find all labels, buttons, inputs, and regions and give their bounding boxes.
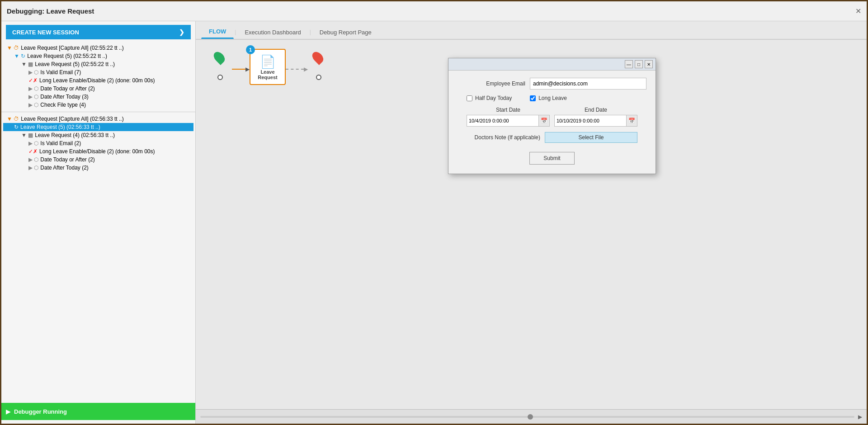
half-day-checkbox[interactable] (467, 95, 472, 101)
start-date-calendar-button[interactable]: 📅 (538, 115, 549, 126)
tree-item-label-t7: Date After Today (3) (40, 94, 89, 100)
tree-item-label-t12: Is Valid Email (2) (40, 140, 81, 146)
tree-item-label-t1: Leave Request [Capture All] (02:55:22 tt… (21, 45, 123, 51)
start-circle (217, 75, 223, 80)
date-inputs: 📅 📅 (458, 115, 646, 127)
end-date-calendar-button[interactable]: 📅 (626, 115, 637, 126)
tree-item-t10[interactable]: ↻ Leave Request (5) (02:56:33 tt ..) (3, 123, 193, 131)
modal-minimize-button[interactable]: — (625, 60, 633, 68)
flow-icon-t14: ▶ ⬡ (28, 156, 38, 163)
tree-item-label-t13: Long Leave Enable/Disable (2) (done: 00m… (39, 148, 155, 155)
long-leave-checkbox[interactable] (530, 95, 536, 101)
tree-item-t12[interactable]: ▶ ⬡ Is Valid Email (2) (3, 139, 193, 147)
leave-request-modal: — □ ✕ Employee Email (448, 58, 656, 174)
submit-row: Submit (458, 150, 646, 165)
tab-divider-1: | (234, 29, 237, 35)
tree-item-t1[interactable]: ▼ ⏱ Leave Request [Capture All] (02:55:2… (3, 44, 193, 52)
tree-separator (1, 112, 195, 112)
tab-bar: FLOW | Execution Dashboard | Debug Repor… (196, 21, 867, 40)
table-icon: ▼ ▦ (21, 61, 33, 67)
tree-item-t15[interactable]: ▶ ⬡ Date After Today (2) (3, 164, 193, 172)
tree-item-t11[interactable]: ▼ ▦ Leave Request (4) (02:56:33 tt ..) (3, 131, 193, 139)
end-date-input[interactable] (555, 117, 626, 124)
clock-icon-t9: ▼ ⏱ (7, 116, 19, 122)
window-title: Debugging: Leave Request (7, 7, 94, 15)
submit-button[interactable]: Submit (529, 152, 574, 165)
tree-item-label-t15: Date After Today (2) (40, 165, 89, 171)
flow-arrow-1: ▶ (232, 66, 250, 72)
modal-title-bar: — □ ✕ (448, 58, 656, 71)
flow-icon-t7: ▶ ⬡ (28, 94, 38, 100)
date-headers: Start Date End Date (458, 107, 646, 113)
tree-item-label-t8: Check File type (4) (40, 102, 86, 108)
flow-line-1 (232, 69, 245, 70)
node-label: LeaveRequest (258, 69, 277, 80)
half-day-checkbox-item: Half Day Today (467, 95, 512, 101)
app-frame: Debugging: Leave Request ✕ CREATE NEW SE… (0, 0, 868, 425)
create-btn-label: CREATE NEW SESSION (12, 29, 79, 36)
employee-email-label: Employee Email (458, 80, 525, 87)
tree-item-t8[interactable]: ▶ ⬡ Check File type (4) (3, 101, 193, 109)
tree-item-label-t5: Long Leave Enable/Disable (2) (done: 00m… (39, 77, 155, 84)
flow-icon-t4: ▶ ⬡ (28, 69, 38, 76)
tree-item-label-t10: Leave Request (5) (02:56:33 tt ..) (20, 124, 100, 130)
employee-email-input[interactable] (530, 78, 646, 90)
debugger-play-icon: ▶ (6, 408, 10, 415)
debugger-status-bar: ▶ Debugger Running (1, 403, 195, 420)
tree-item-t5[interactable]: ✓✗ Long Leave Enable/Disable (2) (done: … (3, 76, 193, 85)
tab-execution-dashboard[interactable]: Execution Dashboard (237, 26, 308, 39)
title-bar: Debugging: Leave Request ✕ (1, 1, 867, 21)
checkx-icon-t5: ✓✗ (28, 77, 38, 84)
end-date-header: End Date (554, 107, 637, 113)
tree-item-t7[interactable]: ▶ ⬡ Date After Today (3) (3, 93, 193, 101)
right-panel: FLOW | Execution Dashboard | Debug Repor… (196, 21, 867, 424)
checkboxes-row: Half Day Today Long Leave (458, 95, 646, 101)
flow-diagram: ▶ 1 📄 LeaveRequest ▶ (209, 49, 330, 85)
checkx-icon-t13: ✓✗ (28, 148, 38, 155)
flow-icon-t8: ▶ ⬡ (28, 102, 38, 108)
modal-restore-button[interactable]: □ (635, 60, 643, 68)
tree-item-label-t3: Leave Request (5) (02:55:22 tt ..) (35, 61, 115, 67)
modal-body: Employee Email Half Day Today Long (448, 71, 656, 174)
start-date-header: Start Date (467, 107, 550, 113)
sync-icon-t10: ↻ (14, 124, 19, 130)
tree-item-label-t9: Leave Request [Capture All] (02:56:33 tt… (21, 116, 123, 122)
tree-item-t9[interactable]: ▼ ⏱ Leave Request [Capture All] (02:56:3… (3, 115, 193, 123)
window-close-button[interactable]: ✕ (855, 7, 861, 15)
start-date-input[interactable] (467, 117, 538, 124)
half-day-label: Half Day Today (475, 95, 512, 101)
modal-close-button[interactable]: ✕ (645, 60, 653, 68)
tab-divider-2: | (309, 29, 312, 35)
tab-flow[interactable]: FLOW (201, 25, 234, 39)
flow-end-node (308, 51, 330, 83)
tree-item-label-t2: Leave Request (5) (02:55:22 tt ..) (27, 53, 107, 59)
select-file-button[interactable]: Select File (545, 132, 637, 143)
debugger-status-label: Debugger Running (14, 408, 67, 415)
flow-dashed-line-2 (286, 69, 304, 70)
flow-icon-t15: ▶ ⬡ (28, 165, 38, 171)
doctors-note-row: Doctors Note (If applicable) Select File (458, 132, 646, 143)
tree-item-t2[interactable]: ▼ ↻ Leave Request (5) (02:55:22 tt ..) (3, 52, 193, 60)
tree-item-label-t14: Date Today or After (2) (40, 156, 95, 163)
tree-item-t14[interactable]: ▶ ⬡ Date Today or After (2) (3, 156, 193, 164)
clock-icon: ▼ ⏱ (7, 45, 19, 51)
main-content: CREATE NEW SESSION ❯ ▼ ⏱ Leave Request [… (1, 21, 867, 424)
sync-icon: ▼ ↻ (14, 53, 25, 59)
tree-item-label-t4: Is Valid Email (7) (40, 69, 81, 76)
scroll-right-arrow[interactable]: ▶ (858, 414, 862, 420)
create-new-session-button[interactable]: CREATE NEW SESSION ❯ (6, 25, 191, 39)
flow-node-leave-request[interactable]: 1 📄 LeaveRequest (250, 49, 286, 85)
node-content: 📄 LeaveRequest (258, 54, 277, 80)
tab-debug-report[interactable]: Debug Report Page (312, 26, 379, 39)
table-icon-t11: ▼ ▦ (21, 132, 33, 138)
flow-icon-t6: ▶ ⬡ (28, 85, 38, 92)
flow-icon-t12: ▶ ⬡ (28, 140, 38, 146)
end-circle (316, 75, 321, 80)
flow-arrowhead-2: ▶ (304, 66, 308, 72)
flow-area: ▶ 1 📄 LeaveRequest ▶ (196, 40, 867, 409)
tree-item-t3[interactable]: ▼ ▦ Leave Request (5) (02:55:22 tt ..) (3, 60, 193, 68)
tree-item-t13[interactable]: ✓✗ Long Leave Enable/Disable (2) (done: … (3, 147, 193, 156)
tree-item-t6[interactable]: ▶ ⬡ Date Today or After (2) (3, 85, 193, 93)
scroll-thumb[interactable] (528, 414, 533, 420)
tree-item-t4[interactable]: ▶ ⬡ Is Valid Email (7) (3, 68, 193, 76)
